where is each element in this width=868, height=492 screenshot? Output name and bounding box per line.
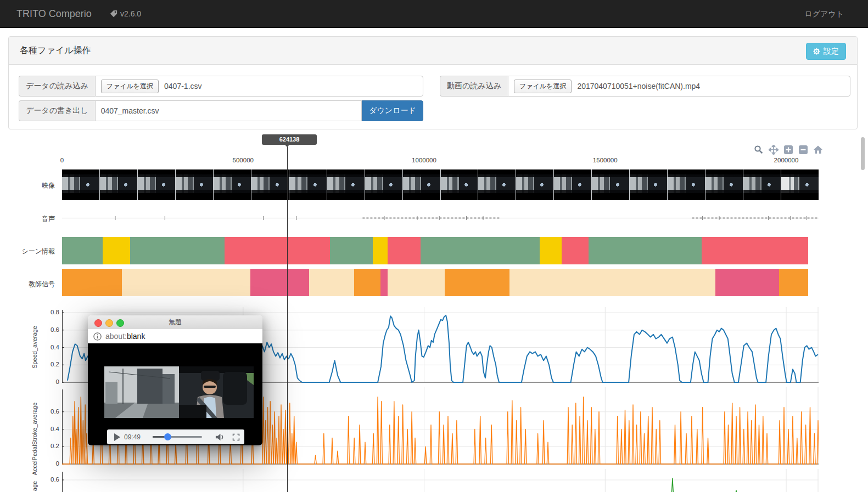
video-thumbnail [630,169,668,200]
video-controls-bar[interactable]: 09:49 [107,429,244,444]
data-export-label: データの書き出し [19,100,95,121]
video-thumbnail [365,169,403,200]
teacher-band-segment-orange [62,269,122,296]
video-thumbnail [441,169,479,200]
navbar: TRITO Comperio v2.6.0 ログアウト [0,0,868,28]
teacher-band-segment-cream [122,269,250,296]
scrollbar-thumb[interactable] [861,137,865,170]
data-load-label: データの読み込み [19,76,95,97]
scene-band-segment-red [225,237,330,264]
video-thumbnail [289,169,327,200]
row-label-audio: 音声 [0,214,55,224]
data-load-input[interactable]: ファイルを選択 0407-1.csv [95,76,423,97]
video-time: 09:49 [124,433,141,441]
file-select-button[interactable]: ファイルを選択 [514,80,572,93]
plot-modebar [753,144,824,155]
close-icon[interactable] [94,319,102,327]
maximize-icon[interactable] [116,319,124,327]
video-thumbnail [327,169,365,200]
data-load-group: データの読み込み ファイルを選択 0407-1.csv [19,76,423,97]
y-tick-label: 0.8 [37,309,59,315]
home-icon[interactable] [813,144,824,155]
cursor-line[interactable] [287,145,288,492]
tag-icon [110,10,117,18]
app-brand[interactable]: TRITO Comperio [16,0,92,27]
teacher-band-segment-pink [380,269,388,296]
video-load-label: 動画の読み込み [440,76,508,97]
video-thumbnail [138,169,176,200]
gear-icon [813,48,820,55]
row-label-scene: シーン情報 [0,247,55,256]
video-player-window[interactable]: 無題 about:blank [88,315,262,445]
scene-band-segment-red [562,237,589,264]
x-tick-label: 1000000 [400,157,449,163]
y-tick-label: 0 [37,460,59,467]
scene-info-band[interactable] [62,237,808,264]
teacher-band-segment-orange [354,269,380,296]
url-bar[interactable]: about:blank [88,329,262,344]
play-icon[interactable] [114,433,120,441]
seek-slider[interactable] [153,436,202,438]
scene-band-segment-green [62,237,103,264]
x-tick-label: 1500000 [580,157,630,163]
data-export-filename: 0407_master.csv [101,106,159,115]
brake-average-chart[interactable] [62,469,819,492]
y-tick-label: 0.6 [37,476,59,483]
scene-band-segment-red [702,237,809,264]
teacher-band-segment-pink [715,269,779,296]
zoom-box-icon[interactable] [753,144,764,155]
fullscreen-icon[interactable] [232,433,240,441]
video-thumbnail [251,169,289,200]
teacher-band-segment-cream [509,269,715,296]
y-tick-label: 0.2 [37,443,59,449]
panel-title: 各種ファイル操作 [20,37,91,64]
logout-link[interactable]: ログアウト [804,0,844,27]
data-export-group: データの書き出し 0407_master.csv ダウンロード [19,100,423,121]
window-titlebar[interactable]: 無題 [88,315,262,330]
y-tick-label: 0.6 [37,408,59,415]
settings-button[interactable]: 設定 [806,43,846,60]
video-thumbnail [100,169,138,200]
zoom-in-icon[interactable] [783,144,794,155]
zoom-out-icon[interactable] [798,144,809,155]
info-icon[interactable] [93,332,102,341]
video-load-input[interactable]: ファイルを選択 2017040710051+noise(fitCAN).mp4 [508,76,850,97]
teacher-band-segment-cream [309,269,354,296]
pan-icon[interactable] [768,144,779,155]
data-export-filename-input[interactable]: 0407_master.csv [95,100,362,121]
panel-heading: 各種ファイル操作 設定 [9,37,857,65]
audio-waveform[interactable] [62,207,819,229]
video-thumbnail-strip[interactable] [62,169,819,200]
y-tick-label: 0.2 [37,361,59,367]
video-thumbnail [781,169,819,200]
scene-band-segment-yellow [540,237,562,264]
version-label: v2.6.0 [120,0,141,27]
y-tick-label: 0.4 [37,344,59,350]
x-tick-label: 0 [37,157,87,163]
teacher-band-segment-orange [779,269,808,296]
video-thumbnail [478,169,516,200]
url-text: blank [127,332,145,341]
teacher-signal-band[interactable] [62,269,808,296]
teacher-band-segment-orange [445,269,509,296]
video-thumbnail [592,169,630,200]
video-screen[interactable]: 09:49 [88,343,262,445]
file-operations-panel: 各種ファイル操作 設定 データの読み込み ファイルを選択 0407-1.csv … [8,36,858,129]
file-select-button[interactable]: ファイルを選択 [101,80,159,93]
minimize-icon[interactable] [105,319,113,327]
scene-band-segment-green [330,237,373,264]
download-button[interactable]: ダウンロード [362,100,423,121]
seek-thumb[interactable] [164,433,171,440]
scene-band-segment-yellow [373,237,388,264]
volume-icon[interactable] [215,433,225,441]
scene-band-segment-yellow [103,237,130,264]
cursor-value-tooltip[interactable]: 624138 [262,134,317,145]
video-thumbnail [743,169,781,200]
video-thumbnail [214,169,251,200]
video-thumbnail [62,169,100,200]
video-thumbnail [668,169,705,200]
video-thumbnail [403,169,441,200]
y-tick-label: 0.6 [37,326,59,333]
video-frame [104,366,254,418]
window-title: 無題 [169,318,182,327]
